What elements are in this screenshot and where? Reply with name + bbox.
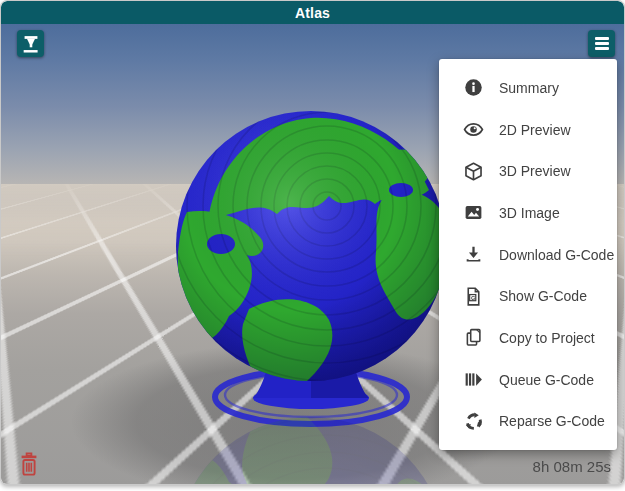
nozzle-icon [20,33,42,55]
menu-item-copy-to-project[interactable]: Copy to Project [439,317,617,359]
svg-text:G: G [471,294,476,300]
menu-item-queue-gcode[interactable]: Queue G-Code [439,359,617,401]
menu-item-label: Reparse G-Code [499,413,605,429]
menu-item-summary[interactable]: Summary [439,67,617,109]
card-menu-button[interactable] [588,30,615,57]
hamburger-icon [595,37,609,50]
menu-item-label: Download G-Code [499,247,614,263]
print-time: 8h 08m 25s [533,458,611,475]
download-icon [463,244,484,265]
globe-model[interactable] [159,94,469,485]
menu-item-reparse-gcode[interactable]: Reparse G-Code [439,401,617,443]
menu-item-2d-preview[interactable]: 2D Preview [439,109,617,151]
recycle-icon [463,411,484,432]
menu-item-download-gcode[interactable]: Download G-Code [439,234,617,276]
menu-item-label: 2D Preview [499,122,571,138]
menu-item-label: Summary [499,80,559,96]
gcode-file-icon: G [463,286,484,307]
cube-icon [463,161,484,182]
menu-item-label: 3D Preview [499,163,571,179]
file-title: Atlas [295,5,330,21]
info-icon [463,77,484,98]
model-reflection [159,403,469,485]
card-header: Atlas [1,1,624,24]
menu-item-label: Show G-Code [499,288,587,304]
menu-item-show-gcode[interactable]: G Show G-Code [439,275,617,317]
image-icon [463,202,484,223]
gcode-file-card: Atlas [0,0,625,485]
menu-item-label: 3D Image [499,205,560,221]
menu-item-label: Queue G-Code [499,372,594,388]
queue-icon [463,369,484,390]
menu-item-3d-image[interactable]: 3D Image [439,192,617,234]
delete-button[interactable] [17,451,41,478]
print-button[interactable] [17,30,44,57]
eye-icon [463,119,484,140]
menu-item-label: Copy to Project [499,330,595,346]
menu-item-3d-preview[interactable]: 3D Preview [439,150,617,192]
copy-icon [463,327,484,348]
context-menu: Summary 2D Preview 3D Preview 3D Image D… [439,59,617,450]
